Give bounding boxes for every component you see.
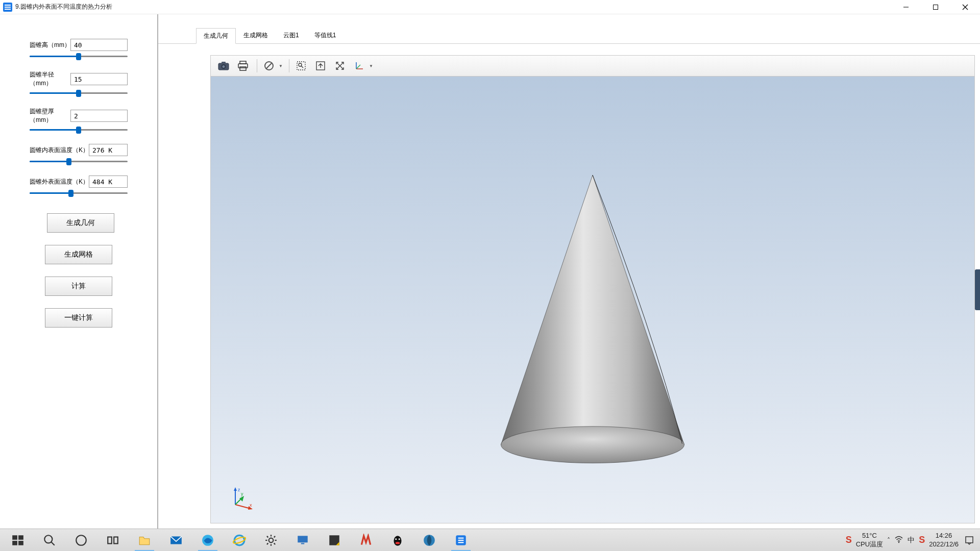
print-icon[interactable] [234,58,252,73]
file-explorer-icon[interactable] [129,529,160,552]
task-view-icon[interactable] [97,529,129,552]
mail-icon[interactable] [160,529,192,552]
svg-point-56 [395,538,397,540]
search-icon[interactable] [34,529,65,552]
clock-widget[interactable]: 14:26 2022/12/6 [929,532,959,549]
cone-height-input[interactable] [70,39,128,51]
viewport-3d[interactable]: z x y [210,77,975,523]
current-app-icon[interactable] [445,529,477,552]
camera-icon[interactable] [215,58,232,73]
window-title: 9.圆锥内外表面不同温度的热力分析 [15,3,112,11]
svg-point-7 [223,65,225,68]
svg-point-43 [269,538,274,542]
monitor-icon[interactable] [287,529,318,552]
svg-rect-33 [18,541,23,545]
svg-line-19 [356,65,360,69]
svg-text:z: z [238,487,240,492]
svg-rect-30 [12,535,17,540]
axes-icon[interactable] [351,58,368,73]
svg-rect-38 [114,537,118,543]
cortana-icon[interactable] [65,529,97,552]
wifi-icon[interactable] [894,535,903,545]
wps-icon[interactable] [350,529,382,552]
sticky-notes-icon[interactable] [318,529,350,552]
param-row-height: 圆锥高（mm） [30,39,128,51]
generate-geometry-button[interactable]: 生成几何 [47,213,114,233]
windows-taskbar: S 51°C CPU温度 ˄ 中 S 14:26 2022/12/6 [0,529,980,551]
fit-view-icon[interactable] [312,58,329,73]
svg-rect-5 [222,62,226,64]
svg-rect-32 [12,541,17,545]
tab-mesh[interactable]: 生成网格 [236,28,276,43]
svg-text:y: y [241,491,243,496]
svg-rect-10 [240,67,246,70]
ime-s-icon[interactable]: S [846,535,852,545]
svg-point-36 [76,535,86,545]
start-button[interactable] [2,529,34,552]
ie-icon[interactable] [224,529,255,552]
chevron-up-icon[interactable]: ˄ [887,537,890,544]
svg-rect-31 [18,535,23,540]
svg-line-51 [274,536,275,537]
svg-rect-52 [298,536,308,542]
notifications-icon[interactable] [963,534,976,547]
no-entry-icon[interactable] [260,58,278,73]
svg-rect-53 [301,543,305,544]
compute-button[interactable]: 计算 [45,277,112,296]
tab-contour[interactable]: 云图1 [276,28,307,43]
outer-temp-input[interactable] [89,176,128,188]
edge-icon[interactable] [192,529,224,552]
generate-mesh-button[interactable]: 生成网格 [45,245,112,264]
param-row-temp-outer: 圆锥外表面温度（K） [30,176,128,188]
chevron-down-icon[interactable]: ▼ [279,64,283,68]
cpu-temp-widget[interactable]: 51°C CPU温度 [856,532,883,549]
collapse-handle[interactable] [975,269,980,310]
one-click-compute-button[interactable]: 一键计算 [45,308,112,328]
axis-triad-icon: z x y [229,486,254,511]
svg-rect-37 [108,537,112,543]
maximize-button[interactable] [921,0,950,14]
cone-radius-input[interactable] [70,73,128,85]
tab-geometry[interactable]: 生成几何 [196,28,236,44]
close-button[interactable] [950,0,980,14]
browser-icon[interactable] [413,529,445,552]
svg-line-15 [301,66,303,68]
param-label: 圆锥高（mm） [30,41,70,49]
cone-height-slider[interactable] [30,51,128,61]
svg-point-55 [394,536,401,546]
minimize-button[interactable] [891,0,921,14]
svg-marker-28 [239,496,244,502]
svg-marker-22 [234,487,237,491]
cpu-temp-label: CPU温度 [856,540,883,549]
ime-ch-icon[interactable]: 中 [908,536,915,545]
qq-icon[interactable] [382,529,413,552]
ime-s2-icon[interactable]: S [919,535,925,545]
svg-point-34 [44,535,52,543]
svg-point-57 [399,538,400,540]
svg-rect-65 [966,537,973,543]
zoom-window-icon[interactable] [292,58,310,73]
inner-temp-slider[interactable] [30,156,128,166]
param-label: 圆锥壁厚（mm） [30,107,70,124]
toolbar-separator [257,59,257,72]
inner-temp-input[interactable] [89,144,128,156]
svg-point-58 [396,542,400,544]
clock-time: 14:26 [929,532,959,540]
svg-line-12 [266,63,272,69]
param-label: 圆锥半径（mm） [30,70,70,88]
param-row-thickness: 圆锥壁厚（mm） [30,107,128,124]
svg-point-64 [898,542,899,543]
title-bar: 9.圆锥内外表面不同温度的热力分析 [0,0,980,14]
reset-view-icon[interactable] [331,58,349,73]
window-controls [891,0,980,14]
cone-radius-slider[interactable] [30,88,128,98]
cpu-temp-value: 51°C [856,532,883,540]
chevron-down-icon[interactable]: ▼ [369,64,373,68]
outer-temp-slider[interactable] [30,188,128,198]
param-label: 圆锥外表面温度（K） [30,178,89,186]
cone-thickness-input[interactable] [70,110,128,122]
view-toolbar: ▼ ▼ [210,55,975,77]
tab-isoline[interactable]: 等值线1 [307,28,344,43]
settings-icon[interactable] [255,529,287,552]
cone-thickness-slider[interactable] [30,124,128,135]
